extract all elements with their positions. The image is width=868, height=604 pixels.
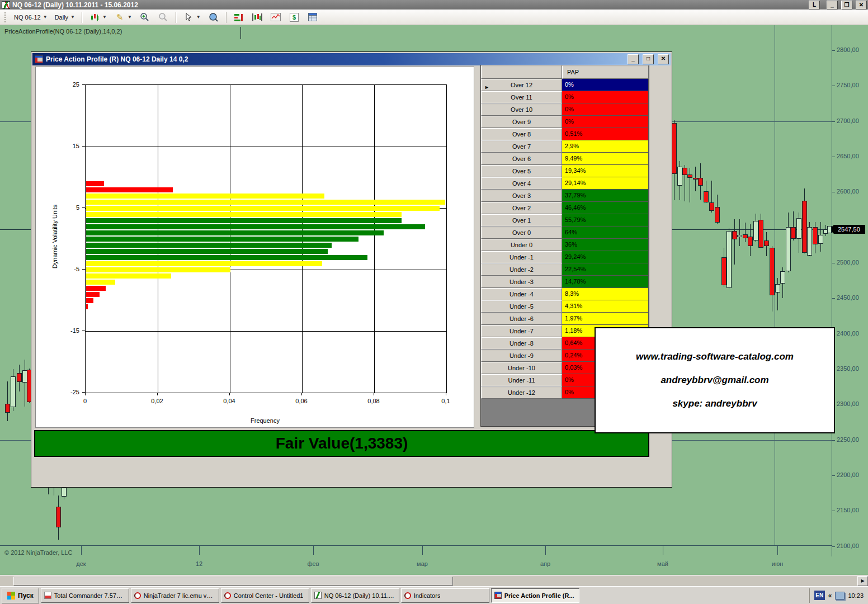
taskbar-button[interactable]: NinjaTrader 7 lic.emu v5.06 [131, 588, 219, 603]
table-value-cell[interactable]: 19,34% [562, 165, 649, 177]
instrument-label: NQ 06-12 [14, 14, 41, 21]
market-analyzer-button[interactable] [230, 11, 247, 24]
zoom-out-button[interactable] [155, 11, 172, 24]
form-icon [35, 55, 43, 63]
table-value-cell[interactable]: 8,3% [562, 288, 649, 300]
horizontal-scrollbar[interactable]: ▶ [0, 575, 868, 586]
zoom-in-button[interactable] [136, 11, 153, 24]
data-box-button[interactable] [205, 11, 222, 24]
candle-wick [745, 223, 746, 242]
candle-wick [690, 168, 690, 202]
table-row-header[interactable]: Under 0 [481, 239, 562, 251]
table-value-cell[interactable]: 0% [562, 116, 649, 128]
table-value-cell[interactable]: 9,49% [562, 153, 649, 165]
taskbar-button[interactable]: Price Action Profile (R... [491, 588, 579, 603]
table-value-cell[interactable]: 22,54% [562, 263, 649, 276]
scrollbar-right-arrow[interactable]: ▶ [857, 576, 868, 586]
table-row-header[interactable]: Under -8 [481, 337, 562, 350]
table-row-header[interactable]: Over 0 [481, 226, 562, 239]
table-row-header[interactable]: Over 7 [481, 140, 562, 153]
scrollbar-thumb[interactable] [13, 577, 453, 586]
tray-chevron-icon[interactable]: « [828, 592, 832, 600]
dialog-close-button[interactable]: ✕ [658, 54, 669, 64]
link-button[interactable]: L [809, 1, 820, 10]
language-indicator[interactable]: EN [814, 591, 825, 600]
price-axis-label: 2300,00 [837, 400, 859, 407]
table-value-cell[interactable]: 14,78% [562, 276, 649, 288]
dialog-minimize-button[interactable]: _ [628, 54, 639, 64]
table-value-cell[interactable]: 0% [562, 79, 649, 91]
taskbar-button[interactable]: NQ 06-12 (Daily) 10.11.... [311, 588, 399, 603]
table-value-cell[interactable]: 36% [562, 239, 649, 251]
start-button[interactable]: Пуск [2, 588, 39, 603]
table-row-header[interactable]: Over 1 [481, 214, 562, 226]
x-tick-mark [85, 393, 86, 395]
windows-flag-icon [7, 592, 15, 600]
table-row-header[interactable]: Under -11 [481, 374, 562, 386]
toolbar-separator [226, 12, 227, 23]
table-row-header[interactable]: Over 4 [481, 177, 562, 190]
table-value-cell[interactable]: 2,9% [562, 140, 649, 153]
table-row-header[interactable]: Under -1 [481, 251, 562, 263]
profile-bar [86, 181, 104, 186]
table-row-header[interactable]: Under -3 [481, 276, 562, 288]
table-row-header[interactable]: Over 12► [481, 79, 562, 91]
table-row-header[interactable]: Under -12 [481, 386, 562, 399]
cursor-button[interactable]: ▼ [180, 11, 204, 24]
x-tick-label: 0,08 [362, 398, 385, 404]
profile-bar [86, 261, 322, 266]
properties-button[interactable] [304, 11, 321, 24]
table-value-cell[interactable]: 0,51% [562, 128, 649, 140]
instrument-selector[interactable]: NQ 06-12 ▼ [11, 13, 50, 22]
table-value-cell[interactable]: 0% [562, 91, 649, 103]
table-row-header[interactable]: Over 2 [481, 202, 562, 214]
toolbar-grip-icon[interactable] [4, 12, 7, 22]
table-row-header[interactable]: Over 10 [481, 103, 562, 116]
table-row-header[interactable]: Under -7 [481, 325, 562, 337]
table-row-header[interactable]: Over 9 [481, 116, 562, 128]
taskbar-button[interactable]: Total Commander 7.57a ... [41, 588, 129, 603]
chart-style-button[interactable]: ▼ [86, 11, 110, 24]
table-value-cell[interactable]: 29,14% [562, 177, 649, 190]
table-row-header[interactable]: Under -5 [481, 300, 562, 313]
table-row-header[interactable]: Under -9 [481, 350, 562, 362]
network-icon[interactable] [835, 592, 845, 600]
table-row-header[interactable]: Under -6 [481, 313, 562, 325]
table-value-cell[interactable]: 4,31% [562, 300, 649, 313]
dialog-titlebar[interactable]: Price Action Profile (R) NQ 06-12 Daily … [32, 53, 671, 65]
period-selector[interactable]: Daily ▼ [52, 13, 78, 22]
table-value-cell[interactable]: 46,46% [562, 202, 649, 214]
table-value-cell[interactable]: 64% [562, 226, 649, 239]
table-row-header[interactable]: Over 5 [481, 165, 562, 177]
profile-bar [86, 298, 93, 303]
taskbar-button[interactable]: Control Center - Untitled1 [221, 588, 309, 603]
table-value-cell[interactable]: 0% [562, 103, 649, 116]
account-button[interactable]: $ [286, 11, 303, 24]
restore-button[interactable]: ❐ [841, 1, 852, 10]
dialog-maximize-button[interactable]: □ [643, 54, 654, 64]
y-tick-mark [82, 269, 85, 270]
table-row-header[interactable]: Under -10 [481, 362, 562, 374]
drawing-tools-button[interactable]: ✎ ▼ [111, 11, 135, 24]
taskbar-button[interactable]: Indicators [401, 588, 489, 603]
table-row-header[interactable]: Over 11 [481, 91, 562, 103]
snapshot-button[interactable] [267, 11, 284, 24]
chart-trader-button[interactable] [249, 11, 266, 24]
price-axis-tick [832, 50, 835, 51]
table-row-header[interactable]: Over 3 [481, 190, 562, 202]
table-value-cell[interactable]: 37,79% [562, 190, 649, 202]
price-axis-label: 2700,00 [837, 117, 859, 124]
ninjatrader-icon [224, 592, 231, 599]
table-row-header[interactable]: Under -2 [481, 263, 562, 276]
close-button[interactable]: ✕ [856, 1, 867, 10]
table-value-cell[interactable]: 1,97% [562, 313, 649, 325]
table-value-cell[interactable]: 29,24% [562, 251, 649, 263]
price-axis-label: 2650,00 [837, 153, 859, 159]
table-row-header[interactable]: Over 6 [481, 153, 562, 165]
table-row-header[interactable]: Over 8 [481, 128, 562, 140]
table-value-cell[interactable]: 55,79% [562, 214, 649, 226]
fair-value-banner: Fair Value(1,3383) [34, 430, 649, 457]
minimize-button[interactable]: _ [827, 1, 838, 10]
cursor-icon [183, 12, 194, 23]
table-row-header[interactable]: Under -4 [481, 288, 562, 300]
